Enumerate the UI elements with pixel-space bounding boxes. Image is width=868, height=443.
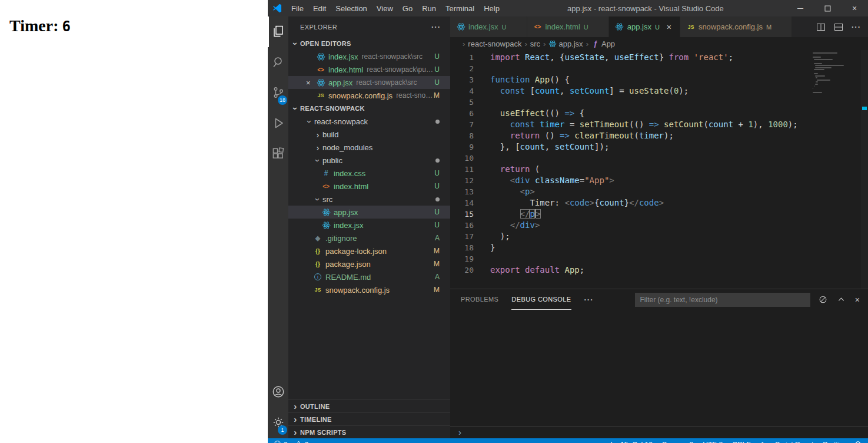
breadcrumb-item[interactable]: › src [521,39,540,48]
code-line[interactable]: 4 const [count, setCount] = useState(0); [450,85,868,97]
clear-console-icon[interactable] [819,295,827,304]
code-line[interactable]: 5 [450,97,868,108]
open-editor-item[interactable]: × JS snowpack.config.js react-snow... M [288,89,450,102]
debug-console-input[interactable]: › [450,426,868,438]
more-actions-icon[interactable]: ··· [852,22,861,31]
section-label: OUTLINE [300,403,330,410]
code-line[interactable]: 19 [450,253,868,265]
tree-file-index.css[interactable]: #index.cssU [288,167,450,180]
tree-file-app.jsx[interactable]: app.jsxU [288,206,450,219]
statusbar-item[interactable]: CRLF [732,441,750,443]
tree-folder-src[interactable]: ›src [288,193,450,206]
filter-input[interactable] [635,293,810,307]
close-editor-icon[interactable]: × [306,78,316,87]
code-line[interactable]: 13 <p> [450,186,868,197]
statusbar-item[interactable]: 0 [274,440,288,443]
activitybar-item-search[interactable] [268,47,288,78]
code-line[interactable]: 8 return () => clearTimeout(timer); [450,130,868,141]
code-line[interactable]: 2 [450,63,868,74]
chevron-up-icon[interactable] [837,295,846,304]
menu-item[interactable]: View [372,4,398,13]
sidebar-section[interactable]: › NPM SCRIPTS [288,425,450,438]
bell-icon[interactable] [854,441,862,443]
tree-file-snowpack.config.js[interactable]: JSsnowpack.config.jsM [288,283,450,296]
panel-tab[interactable]: PROBLEMS [461,289,498,310]
editor-tab[interactable]: app.jsx U × [609,16,680,37]
statusbar-item[interactable]: Ln 15, Col 10 [611,441,653,443]
code-line[interactable]: 9 }, [count, setCount]); [450,141,868,153]
minimap[interactable] [813,52,859,94]
toggle-layout-icon[interactable] [834,22,843,32]
tree-file-index.jsx[interactable]: index.jsxU [288,219,450,232]
close-tab-icon[interactable]: × [664,22,674,32]
sidebar-section[interactable]: › TIMELINE [288,412,450,425]
code-line[interactable]: 7 const timer = setTimeout(() => setCoun… [450,119,868,130]
activitybar-item-run-debug[interactable] [268,108,288,139]
code-line[interactable]: 6 useEffect(() => { [450,108,868,119]
breadcrumb-item[interactable]: › react-snowpack [460,39,521,48]
code-line[interactable]: 20export default App; [450,265,868,276]
react-icon [316,78,325,87]
menu-item[interactable]: Go [398,4,417,13]
statusbar-item[interactable]: Spaces: 2 [662,441,693,443]
sidebar-section[interactable]: › OUTLINE [288,399,450,412]
statusbar-item[interactable]: UTF-8 [703,441,723,443]
line-number: 20 [450,265,474,276]
scrollbar[interactable] [861,50,868,289]
git-status-badge: M [434,286,440,294]
code-line[interactable]: 16 </div> [450,220,868,231]
activitybar-item-account[interactable] [268,377,288,408]
open-editors-header[interactable]: › OPEN EDITORS [288,37,450,50]
tree-folder-react-snowpack[interactable]: ›react-snowpack [288,115,450,128]
open-editor-item[interactable]: × app.jsx react-snowpack\src U [288,76,450,89]
code-line[interactable]: 1import React, {useState, useEffect} fro… [450,52,868,63]
tree-folder-public[interactable]: ›public [288,154,450,167]
activitybar-item-source-control[interactable]: 18 [268,78,288,108]
split-editor-icon[interactable] [816,22,826,32]
minimize-icon[interactable]: ─ [787,0,814,16]
tree-file-.gitignore[interactable]: ◆.gitignoreA [288,232,450,244]
menu-item[interactable]: Edit [308,4,331,13]
more-actions-icon[interactable]: ··· [431,22,441,31]
menu-item[interactable]: Run [417,4,441,13]
statusbar-item[interactable]: Prettier [823,441,846,443]
code-editor[interactable]: 1import React, {useState, useEffect} fro… [450,50,868,289]
activitybar-item-extensions[interactable] [268,139,288,170]
code-line[interactable]: 3function App() { [450,74,868,85]
open-editor-item[interactable]: × index.jsx react-snowpack\src U [288,50,450,63]
activitybar-item-explorer[interactable] [268,16,288,47]
code-line[interactable]: 10 [450,153,868,164]
open-editor-item[interactable]: × <> index.html react-snowpack\public U [288,63,450,76]
project-section-header[interactable]: › REACT-SNOWPACK [288,102,450,115]
tree-file-index.html[interactable]: <>index.htmlU [288,180,450,193]
code-line[interactable]: 12 <div className="App"> [450,175,868,186]
code-line[interactable]: 18} [450,242,868,253]
code-line[interactable]: 15 </p> [450,209,868,220]
menu-item[interactable]: File [287,4,308,13]
menu-item[interactable]: Terminal [441,4,479,13]
breadcrumb-item[interactable]: › ƒ App [583,39,615,48]
code-line[interactable]: 17 ); [450,231,868,242]
more-actions-icon[interactable]: ··· [584,295,594,304]
menu-item[interactable]: Help [479,4,504,13]
tree-file-package-lock.json[interactable]: {}package-lock.jsonM [288,244,450,257]
statusbar-item[interactable]: 0 [295,440,309,443]
tree-folder-build[interactable]: ›build [288,128,450,141]
tree-file-package.json[interactable]: {}package.jsonM [288,257,450,270]
activitybar-item-settings[interactable]: 1 [268,408,288,438]
tree-file-README.md[interactable]: iREADME.mdA [288,270,450,283]
breadcrumb: › react-snowpack › src › [450,37,868,50]
breadcrumb-item[interactable]: › app.jsx [540,39,583,48]
maximize-icon[interactable] [814,0,841,16]
panel-tab[interactable]: DEBUG CONSOLE [511,289,571,310]
close-icon[interactable]: × [841,0,868,16]
code-line[interactable]: 11 return ( [450,164,868,175]
menu-item[interactable]: Selection [331,4,371,13]
editor-tab[interactable]: <> index.html U × [527,16,609,37]
statusbar-item[interactable]: JavaScript React [760,441,814,443]
code-line[interactable]: 14 Timer: <code>{count}</code> [450,197,868,209]
editor-tab[interactable]: JS snowpack.config.js M × [680,16,792,37]
close-icon[interactable]: × [855,296,860,304]
editor-tab[interactable]: index.jsx U × [450,16,527,37]
tree-folder-node_modules[interactable]: ›node_modules [288,141,450,154]
